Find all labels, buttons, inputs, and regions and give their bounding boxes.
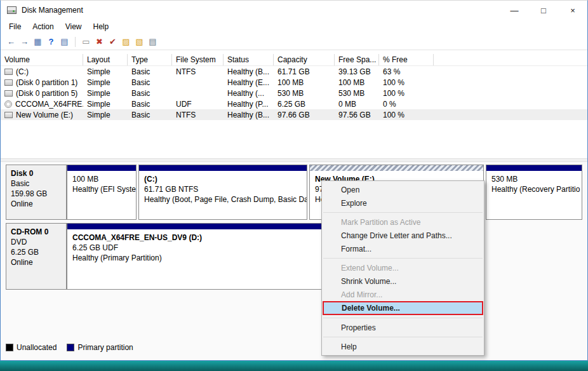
disk-size: 6.25 GB [11,247,62,257]
context-item-delete-volume[interactable]: Delete Volume... [323,301,483,315]
legend-swatch [6,344,13,351]
context-item-format[interactable]: Format... [322,242,484,255]
partition-size: 100 MB [72,174,131,184]
help-icon[interactable]: ? [44,36,58,48]
minimize-button[interactable]: — [500,1,529,20]
menu-action[interactable]: Action [27,21,59,32]
capacity-cell: 6.25 GB [274,100,335,109]
cdrom-label[interactable]: CD-ROM 0 DVD 6.25 GB Online [6,223,67,290]
row-disk0-partition5[interactable]: (Disk 0 partition 5) Simple Basic Health… [1,88,587,98]
window-controls: — □ × [500,1,587,20]
volume-name: CCCOMA_X64FRE... [15,100,83,109]
legend-primary-partition: Primary partition [67,343,133,352]
volume-icon [4,69,13,75]
percent-free-cell: 0 % [379,100,434,109]
free-space-cell: 530 MB [335,89,379,98]
menu-help[interactable]: Help [88,21,115,32]
partition-efi[interactable]: 100 MB Healthy (EFI Syster [67,165,137,220]
desktop-background [0,361,588,371]
col-type[interactable]: Type [128,54,172,65]
status-cell: Healthy (... [224,89,274,98]
volume-cell: New Volume (E:) [1,111,83,119]
row-disk0-partition1[interactable]: (Disk 0 partition 1) Simple Basic Health… [1,77,587,88]
context-item-open[interactable]: Open [322,183,484,196]
disk-management-window: Disk Management — □ × File Action View H… [0,0,588,361]
action-bubble-icon[interactable]: ▭ [79,36,93,48]
check-doc-icon[interactable]: ✔ [106,36,119,48]
menu-file[interactable]: File [3,21,27,32]
toolbar: ← → ▦ ? ▤ ▭ ✖ ✔ ▨ ▧ ▤ [1,34,587,50]
partition-color-bar [139,165,307,171]
volume-icon [4,112,13,118]
row-cccoma[interactable]: CCCOMA_X64FRE... Simple Basic UDF Health… [1,98,587,109]
context-separator [323,212,483,213]
context-item-explore[interactable]: Explore [322,196,484,210]
col-layout[interactable]: Layout [83,54,128,65]
list-icon[interactable]: ▤ [146,36,159,48]
col-volume[interactable]: Volume [1,54,83,65]
panes-icon[interactable]: ▦ [31,36,44,48]
tree-icon[interactable]: ▤ [58,36,71,48]
forward-icon[interactable]: → [18,36,31,48]
volume-list-pane: Volume Layout Type File System Status Ca… [1,50,587,158]
titlebar: Disk Management — □ × [1,1,587,20]
volume-name: New Volume (E:) [16,111,73,119]
context-item-help[interactable]: Help [322,340,484,353]
volume-cell: (Disk 0 partition 1) [1,78,83,87]
disk-status: Online [11,257,62,267]
status-cell: Healthy (P... [224,100,274,109]
percent-free-cell: 100 % [379,78,434,87]
volume-cell: CCCOMA_X64FRE... [1,100,83,109]
layout-cell: Simple [83,100,128,109]
disk-type: DVD [11,237,62,247]
partition-color-bar [310,165,483,171]
menu-view[interactable]: View [60,21,88,32]
col-file-system[interactable]: File System [172,54,224,65]
context-item-shrink-volume[interactable]: Shrink Volume... [322,274,484,288]
volume-name: (Disk 0 partition 1) [16,78,77,87]
partition-status: Healthy (EFI Syster [72,184,131,194]
legend-swatch [67,344,74,351]
free-space-cell: 0 MB [335,100,379,109]
folder-icon[interactable]: ▧ [133,36,146,48]
partition-c[interactable]: (C:) 61.71 GB NTFS Healthy (Boot, Page F… [138,165,307,220]
context-item-change-drive-letter[interactable]: Change Drive Letter and Paths... [322,229,484,242]
volume-table-header: Volume Layout Type File System Status Ca… [1,54,587,66]
layout-cell: Simple [83,111,128,119]
free-space-cell: 97.56 GB [335,111,379,119]
status-cell: Healthy (E... [224,78,274,87]
partition-size: 61.71 GB NTFS [144,184,302,194]
row-volume-c[interactable]: (C:) Simple Basic NTFS Healthy (B... 61.… [1,66,587,77]
folder-up-icon[interactable]: ▨ [119,36,133,48]
disk-name: Disk 0 [11,168,62,179]
delete-icon[interactable]: ✖ [93,36,106,48]
toolbar-action-group: ▭ ✖ ✔ ▨ ▧ ▤ [79,36,159,48]
capacity-cell: 61.71 GB [274,67,335,76]
file-system-cell: NTFS [172,67,224,76]
row-new-volume-e[interactable]: New Volume (E:) Simple Basic NTFS Health… [1,109,587,120]
context-item-add-mirror: Add Mirror... [322,288,484,301]
close-button[interactable]: × [558,1,587,20]
partition-recovery[interactable]: 530 MB Healthy (Recovery Partitio [486,165,582,220]
legend-label: Primary partition [77,343,133,352]
col-status[interactable]: Status [224,54,274,65]
back-icon[interactable]: ← [4,36,18,48]
maximize-button[interactable]: □ [529,1,558,20]
context-separator [323,318,483,318]
disk0-label[interactable]: Disk 0 Basic 159.98 GB Online [6,165,67,220]
context-item-mark-partition-active: Mark Partition as Active [322,215,484,229]
disk-name: CD-ROM 0 [11,227,62,237]
context-item-properties[interactable]: Properties [322,321,484,334]
disk-size: 159.98 GB [11,189,62,199]
legend-label: Unallocated [17,343,57,352]
percent-free-cell: 100 % [379,111,434,119]
legend: Unallocated Primary partition [6,343,133,352]
toolbar-nav-group: ← → ▦ ? ▤ [4,36,71,48]
type-cell: Basic [128,111,172,119]
col-capacity[interactable]: Capacity [274,54,335,65]
volume-icon [4,90,13,97]
layout-cell: Simple [83,78,128,87]
volume-cell: (C:) [1,67,83,76]
col-percent-free[interactable]: % Free [379,54,434,65]
col-free-space[interactable]: Free Spa... [335,54,379,65]
